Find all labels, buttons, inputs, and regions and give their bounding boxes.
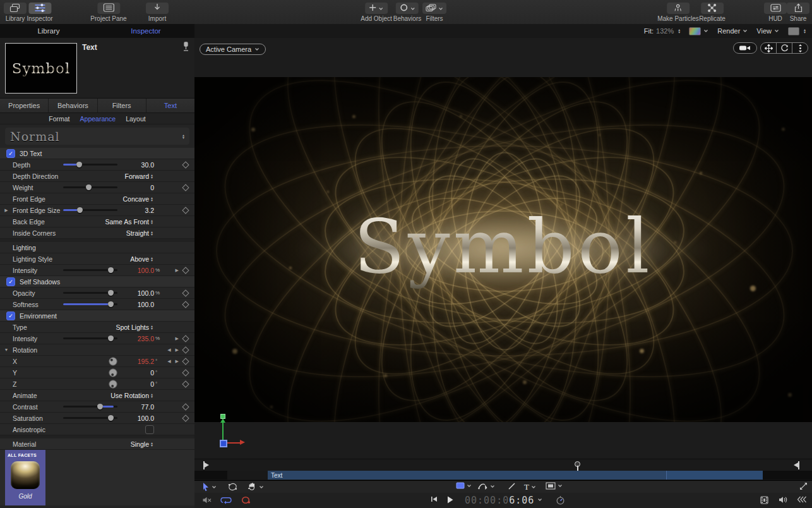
contrast-value[interactable]: 77.0 xyxy=(121,403,154,411)
keyframe-diamond-icon[interactable] xyxy=(182,369,189,376)
show-audio-button[interactable] xyxy=(779,496,788,504)
tab-behaviors[interactable]: Behaviors xyxy=(48,99,97,112)
next-keyframe-icon[interactable]: ▶ xyxy=(176,336,179,341)
loop-playback-button[interactable] xyxy=(220,496,232,504)
record-button[interactable] xyxy=(241,496,251,504)
transform-tool-button[interactable] xyxy=(227,482,238,492)
x-value[interactable]: 195.2 xyxy=(121,358,154,365)
keyframe-diamond-icon[interactable] xyxy=(182,289,189,296)
keyframe-diamond-icon[interactable] xyxy=(182,358,189,365)
shape-tool-button[interactable] xyxy=(456,482,472,489)
prev-keyframe-icon[interactable]: ◀ xyxy=(167,359,170,364)
hud-button[interactable]: HUD xyxy=(764,3,787,22)
intensity-slider[interactable] xyxy=(63,269,117,271)
disclosure-triangle-icon[interactable]: ▶ xyxy=(0,208,13,213)
checkbox[interactable]: ✓ xyxy=(6,311,15,320)
tab-text[interactable]: Text xyxy=(146,99,194,112)
library-button[interactable]: Library xyxy=(4,3,27,22)
back-edge-popup[interactable]: Same As Front▴▾ xyxy=(63,218,194,226)
y-value[interactable]: 0 xyxy=(121,369,154,377)
opacity-slider[interactable] xyxy=(63,292,117,294)
mute-audio-button[interactable] xyxy=(202,496,213,504)
subtab-layout[interactable]: Layout xyxy=(126,115,146,123)
channels-popup[interactable] xyxy=(689,27,708,35)
collapse-panel-button[interactable] xyxy=(797,496,807,503)
render-popup[interactable]: Render xyxy=(717,27,748,35)
timer-icon[interactable] xyxy=(556,495,565,505)
object-thumbnail[interactable]: Symbol xyxy=(5,43,77,94)
inspector-button[interactable]: Inspector xyxy=(27,3,52,22)
make-particles-button[interactable]: Make Particles xyxy=(657,3,699,22)
z-value[interactable]: 0 xyxy=(121,380,154,388)
next-keyframe-icon[interactable]: ▶ xyxy=(176,268,179,273)
style-preset-popup[interactable]: Normal ▴▾ xyxy=(5,128,189,145)
keyframe-diamond-icon[interactable] xyxy=(182,184,189,191)
go-to-start-button[interactable] xyxy=(431,496,438,502)
keyframe-diamond-icon[interactable] xyxy=(182,301,189,308)
3d-axis-widget[interactable] xyxy=(213,414,251,452)
saturation-value[interactable]: 100.0 xyxy=(121,414,154,422)
keyframe-diamond-icon[interactable] xyxy=(182,161,189,168)
slider-thumb[interactable] xyxy=(108,301,114,307)
keyframe-diamond-icon[interactable] xyxy=(182,267,189,274)
slider-thumb[interactable] xyxy=(76,162,82,167)
disclosure-triangle-icon[interactable]: ▼ xyxy=(0,348,13,352)
timecode-display[interactable]: 00:00:06:06 xyxy=(465,495,534,506)
x-dial[interactable] xyxy=(109,357,117,366)
import-button[interactable]: Import xyxy=(146,3,169,22)
intensity-value[interactable]: 235.0 xyxy=(121,335,154,342)
share-button[interactable]: Share xyxy=(787,3,809,22)
slider-thumb[interactable] xyxy=(97,404,103,409)
intensity-value[interactable]: 100.0 xyxy=(121,267,154,274)
front-edge-size-slider[interactable] xyxy=(63,209,117,211)
intensity-slider[interactable] xyxy=(63,337,117,339)
type-popup[interactable]: Spot Lights▴▾ xyxy=(63,324,194,331)
hand-tool-button[interactable] xyxy=(248,482,264,492)
replicate-button[interactable]: Replicate xyxy=(699,3,725,22)
expand-timeline-button[interactable] xyxy=(799,482,808,490)
camera-popup[interactable]: Active Camera xyxy=(200,44,266,55)
material-cell[interactable]: ALL FACETS Gold xyxy=(5,450,45,505)
lighting-style-popup[interactable]: Above▴▾ xyxy=(63,255,194,263)
layout-stepper[interactable]: ▴▾ xyxy=(788,27,806,35)
slider-thumb[interactable] xyxy=(108,336,114,341)
depth-direction-popup[interactable]: Forward▴▾ xyxy=(63,172,194,180)
opacity-value[interactable]: 100.0 xyxy=(121,289,154,297)
keyframe-diamond-icon[interactable] xyxy=(182,335,189,342)
inside-corners-popup[interactable]: Straight▴▾ xyxy=(63,229,194,237)
dolly-tool-button[interactable] xyxy=(792,43,808,53)
slider-thumb[interactable] xyxy=(108,290,114,296)
slider-thumb[interactable] xyxy=(77,207,83,213)
pan-tool-button[interactable] xyxy=(761,43,776,53)
view-popup[interactable]: View xyxy=(756,27,779,35)
pin-icon[interactable] xyxy=(182,42,189,54)
zoom-stepper-icon[interactable]: ▴▾ xyxy=(678,28,680,33)
timecode-popup-chevron[interactable] xyxy=(537,498,542,502)
bezier-tool-button[interactable] xyxy=(478,482,495,491)
fit-zoom-control[interactable]: Fit: 132% ▴▾ xyxy=(644,27,680,35)
depth-slider[interactable] xyxy=(63,164,117,166)
next-keyframe-icon[interactable]: ▶ xyxy=(176,359,179,364)
zoom-level[interactable]: 132% xyxy=(656,27,674,35)
select-tool-button[interactable] xyxy=(202,482,217,492)
z-dial[interactable] xyxy=(109,380,117,389)
checkbox[interactable]: ✓ xyxy=(6,277,15,286)
slider-thumb[interactable] xyxy=(108,415,114,421)
paint-stroke-tool-button[interactable] xyxy=(508,482,516,490)
next-keyframe-icon[interactable]: ▶ xyxy=(176,348,179,353)
tab-library[interactable]: Library xyxy=(0,24,97,38)
add-object-button[interactable]: Add Object xyxy=(361,3,391,22)
out-point-marker[interactable] xyxy=(794,463,798,468)
contrast-slider[interactable] xyxy=(63,406,117,408)
mask-tool-button[interactable] xyxy=(546,482,563,490)
camera-view-button[interactable] xyxy=(733,42,757,54)
text-layer-bar[interactable]: Text xyxy=(268,471,763,480)
weight-slider[interactable] xyxy=(63,186,117,188)
keyframe-diamond-icon[interactable] xyxy=(182,414,189,421)
material-popup[interactable]: Single▴▾ xyxy=(63,440,194,448)
tab-inspector[interactable]: Inspector xyxy=(97,24,194,38)
weight-value[interactable]: 0 xyxy=(121,184,154,191)
timeline-ruler[interactable] xyxy=(194,460,812,471)
play-button[interactable] xyxy=(447,496,453,504)
text-tool-button[interactable]: T xyxy=(524,482,536,492)
